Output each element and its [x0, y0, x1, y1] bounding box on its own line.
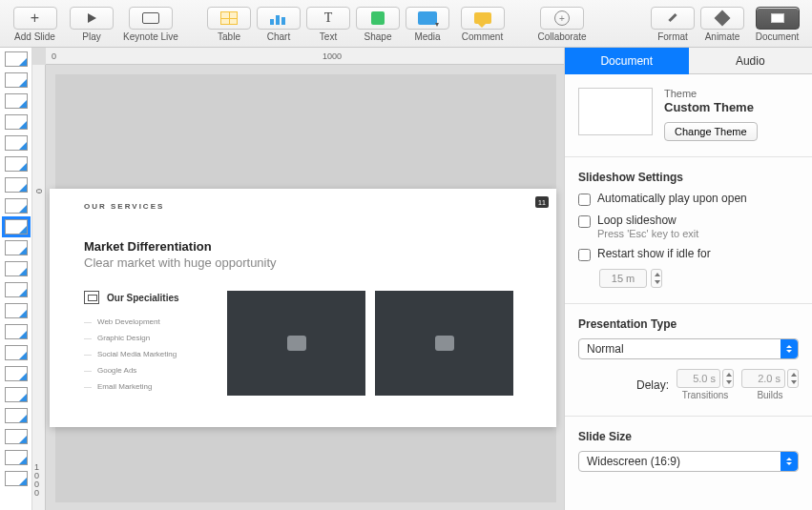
specialities-list: Web Development Graphic Design Social Me… [84, 314, 218, 395]
ruler-tick: 0 [52, 51, 56, 61]
slide-thumb[interactable] [5, 408, 28, 423]
presentation-type-value: Normal [587, 342, 624, 356]
slide-thumb[interactable] [5, 135, 28, 151]
loop-hint: Press 'Esc' key to exit [597, 228, 698, 239]
slide-thumb[interactable] [5, 72, 28, 88]
auto-play-input[interactable] [578, 194, 591, 206]
slide-thumb[interactable] [5, 114, 28, 130]
slide-thumb[interactable] [5, 366, 28, 381]
image-icon [435, 336, 454, 351]
comment-label: Comment [462, 31, 503, 42]
collaborate-button[interactable]: + Collaborate [529, 7, 595, 42]
slide-thumb[interactable] [5, 387, 28, 402]
ruler-tick: 1 0 0 0 [34, 463, 45, 498]
slide-size-value: Widescreen (16:9) [587, 455, 680, 468]
slide-thumb[interactable] [5, 156, 28, 172]
slide-title: Market Differentiation [84, 239, 522, 254]
comment-icon [474, 12, 491, 24]
slide-size-select[interactable]: Widescreen (16:9) [578, 451, 799, 472]
builds-delay-input[interactable] [741, 369, 785, 388]
idle-stepper[interactable] [651, 269, 662, 288]
canvas-area: 0 1000 0 1 0 0 0 11 OUR SERVICES Market … [32, 48, 564, 510]
list-item: Google Ads [84, 362, 218, 378]
slide-navigator[interactable] [0, 48, 32, 510]
slide-thumb[interactable] [5, 324, 28, 339]
toolbar: + Add Slide Play Keynote Live Table Char… [0, 0, 812, 48]
add-slide-button[interactable]: + Add Slide [6, 7, 64, 42]
chart-label: Chart [267, 31, 290, 42]
text-icon: T [324, 10, 333, 26]
text-button[interactable]: T Text [304, 7, 352, 42]
media-button[interactable]: Media [404, 7, 451, 42]
slide-thumb[interactable] [5, 303, 28, 318]
format-label: Format [657, 31, 688, 42]
theme-name: Custom Theme [664, 100, 758, 114]
comment-button[interactable]: Comment [453, 7, 511, 42]
slide-page-badge: 11 [535, 196, 549, 208]
transitions-stepper[interactable] [722, 369, 734, 388]
keynote-live-label: Keynote Live [123, 31, 178, 42]
slide-thumb[interactable] [5, 240, 28, 255]
diamond-icon [715, 10, 731, 27]
presentation-type-select[interactable]: Normal [578, 338, 799, 359]
transitions-delay-input[interactable] [677, 369, 720, 388]
loop-checkbox[interactable]: Loop slideshow Press 'Esc' key to exit [578, 214, 799, 239]
slide-subtitle: Clear market with huge opportunity [84, 255, 522, 270]
image-icon [287, 336, 306, 351]
format-button[interactable]: Format [649, 7, 697, 42]
slide-thumb[interactable] [5, 429, 28, 444]
tab-document[interactable]: Document [565, 48, 689, 74]
table-icon [220, 11, 238, 25]
auto-play-checkbox[interactable]: Automatically play upon open [578, 192, 799, 206]
slide-thumb[interactable] [5, 450, 28, 465]
slide-thumb-active[interactable] [5, 219, 28, 235]
inspector-panel: Document Audio Theme Custom Theme Change… [564, 48, 812, 510]
document-button[interactable]: Document [748, 7, 806, 42]
play-icon [88, 13, 96, 23]
animate-button[interactable]: Animate [698, 7, 746, 42]
slide-thumb[interactable] [5, 345, 28, 360]
idle-time-input[interactable] [599, 269, 647, 288]
shape-icon [371, 11, 385, 25]
play-label: Play [82, 31, 100, 42]
slide-thumb[interactable] [5, 471, 28, 486]
loop-input[interactable] [578, 215, 591, 228]
chart-button[interactable]: Chart [255, 7, 302, 42]
slide-section-label: OUR SERVICES [84, 202, 522, 211]
ruler-tick: 1000 [323, 51, 342, 61]
keynote-live-button[interactable]: Keynote Live [117, 7, 184, 42]
image-placeholder[interactable] [375, 291, 513, 396]
ruler-tick: 0 [34, 189, 44, 194]
builds-stepper[interactable] [787, 369, 799, 388]
shape-label: Shape [364, 31, 392, 42]
theme-label: Theme [664, 88, 758, 99]
shape-button[interactable]: Shape [354, 7, 402, 42]
document-icon [771, 13, 784, 23]
auto-play-label: Automatically play upon open [597, 192, 747, 205]
chevron-updown-icon [781, 452, 798, 471]
restart-checkbox[interactable]: Restart show if idle for [578, 247, 799, 261]
slide-size-header: Slide Size [578, 430, 799, 443]
play-button[interactable]: Play [68, 7, 115, 42]
slideshow-settings-header: Slideshow Settings [578, 171, 799, 184]
ruler-vertical: 0 1 0 0 0 [32, 65, 46, 510]
list-item: Email Marketing [84, 378, 218, 395]
theme-thumbnail [578, 88, 653, 135]
text-label: Text [320, 31, 337, 42]
restart-input[interactable] [578, 249, 591, 261]
image-placeholder[interactable] [227, 291, 365, 396]
loop-label: Loop slideshow [597, 214, 677, 227]
plus-icon: + [31, 10, 39, 27]
slide-thumb[interactable] [5, 198, 28, 214]
change-theme-button[interactable]: Change Theme [664, 122, 758, 141]
slide-thumb[interactable] [5, 51, 28, 67]
slide-canvas[interactable]: 11 OUR SERVICES Market Differentiation C… [50, 189, 556, 427]
tab-audio[interactable]: Audio [689, 48, 813, 74]
screen-icon [142, 12, 159, 24]
table-button[interactable]: Table [205, 7, 253, 42]
slide-thumb[interactable] [5, 93, 28, 109]
slide-thumb[interactable] [5, 177, 28, 193]
slide-thumb[interactable] [5, 261, 28, 276]
table-label: Table [218, 31, 240, 42]
slide-thumb[interactable] [5, 282, 28, 297]
